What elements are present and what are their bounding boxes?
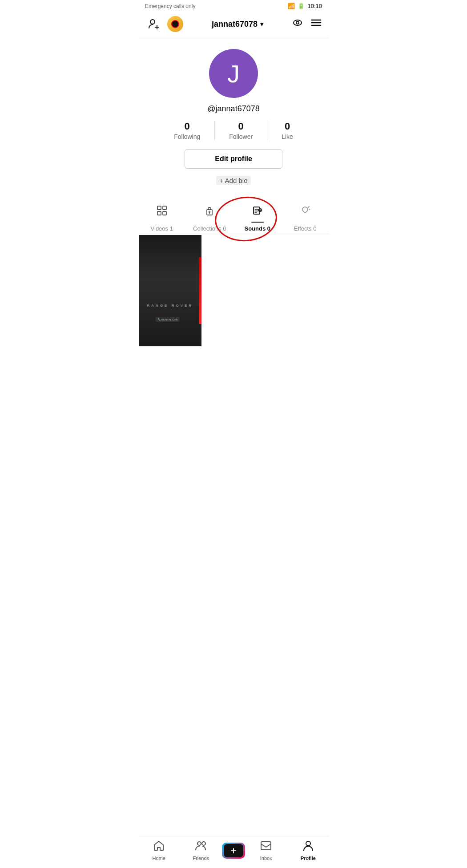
svg-point-4 bbox=[296, 21, 299, 24]
chevron-down-icon: ▾ bbox=[260, 20, 263, 28]
following-stat[interactable]: 0 Following bbox=[160, 121, 215, 140]
follower-stat[interactable]: 0 Follower bbox=[215, 121, 267, 140]
video-thumbnail-1[interactable]: RANGE ROVER 🔧 RENTAL CAR bbox=[139, 235, 201, 346]
nav-left bbox=[145, 16, 183, 32]
tab-label-videos: Videos 1 bbox=[138, 225, 186, 232]
likes-label: Like bbox=[282, 133, 293, 140]
top-nav: jannat67078 ▾ bbox=[138, 12, 329, 38]
nav-right bbox=[292, 17, 322, 31]
tab-effects[interactable] bbox=[282, 201, 330, 223]
likes-stat[interactable]: 0 Like bbox=[267, 121, 307, 140]
svg-rect-10 bbox=[157, 211, 161, 215]
username-nav-button[interactable]: jannat67078 ▾ bbox=[212, 20, 263, 29]
profile-section: J @jannat67078 0 Following 0 Follower 0 … bbox=[138, 38, 329, 201]
svg-rect-11 bbox=[163, 211, 166, 215]
status-left: Emergency calls only bbox=[145, 3, 195, 9]
svg-rect-8 bbox=[157, 206, 161, 210]
svg-line-22 bbox=[308, 207, 309, 207]
status-bar: Emergency calls only 📶 🔋 10:10 bbox=[138, 0, 329, 12]
tab-sounds[interactable] bbox=[234, 201, 282, 223]
tabs-container: Videos 1 Collections 0 Sounds 0 Effects … bbox=[138, 201, 329, 234]
car-stripe bbox=[199, 257, 201, 324]
tab-videos[interactable] bbox=[138, 201, 186, 223]
follower-label: Follower bbox=[229, 133, 253, 140]
car-model-text: RANGE ROVER bbox=[139, 304, 201, 308]
tab-labels-row: Videos 1 Collections 0 Sounds 0 Effects … bbox=[138, 223, 329, 234]
status-icons: 📶 🔋 10:10 bbox=[288, 3, 322, 9]
car-badge-text: 🔧 RENTAL CAR bbox=[156, 317, 180, 322]
tabs-row bbox=[138, 201, 329, 223]
svg-rect-9 bbox=[163, 206, 166, 210]
sounds-tab-icon bbox=[253, 206, 262, 218]
svg-point-0 bbox=[150, 20, 155, 24]
video-grid: RANGE ROVER 🔧 RENTAL CAR bbox=[139, 235, 328, 346]
tab-label-collections: Collections 0 bbox=[186, 225, 234, 232]
svg-point-3 bbox=[294, 20, 302, 25]
nav-username: jannat67078 bbox=[212, 20, 258, 29]
following-count: 0 bbox=[185, 121, 190, 132]
add-user-button[interactable] bbox=[145, 16, 162, 32]
battery-icon: 🔋 bbox=[298, 3, 305, 9]
visibility-icon[interactable] bbox=[292, 17, 303, 31]
following-label: Following bbox=[174, 133, 200, 140]
avatar: J bbox=[209, 49, 258, 98]
tiktok-coin-inner bbox=[172, 21, 178, 27]
add-bio-button[interactable]: + Add bio bbox=[216, 176, 251, 185]
tab-label-sounds: Sounds 0 bbox=[234, 225, 282, 232]
profile-username: @jannat67078 bbox=[207, 104, 259, 114]
signal-icon: 📶 bbox=[288, 3, 295, 9]
time: 10:10 bbox=[307, 3, 322, 9]
effects-tab-icon bbox=[300, 206, 310, 218]
tabs-wrapper: Videos 1 Collections 0 Sounds 0 Effects … bbox=[138, 201, 329, 234]
tiktok-coin-button[interactable] bbox=[167, 16, 183, 32]
edit-profile-button[interactable]: Edit profile bbox=[185, 149, 282, 169]
content-area: RANGE ROVER 🔧 RENTAL CAR bbox=[138, 234, 329, 347]
menu-icon[interactable] bbox=[310, 17, 322, 31]
avatar-initial: J bbox=[227, 59, 240, 88]
follower-count: 0 bbox=[238, 121, 244, 132]
likes-count: 0 bbox=[285, 121, 290, 132]
tab-label-effects: Effects 0 bbox=[282, 225, 330, 232]
collections-tab-icon bbox=[205, 206, 214, 218]
tab-collections[interactable] bbox=[186, 201, 234, 223]
videos-tab-icon bbox=[157, 206, 167, 218]
stats-row: 0 Following 0 Follower 0 Like bbox=[145, 121, 322, 140]
